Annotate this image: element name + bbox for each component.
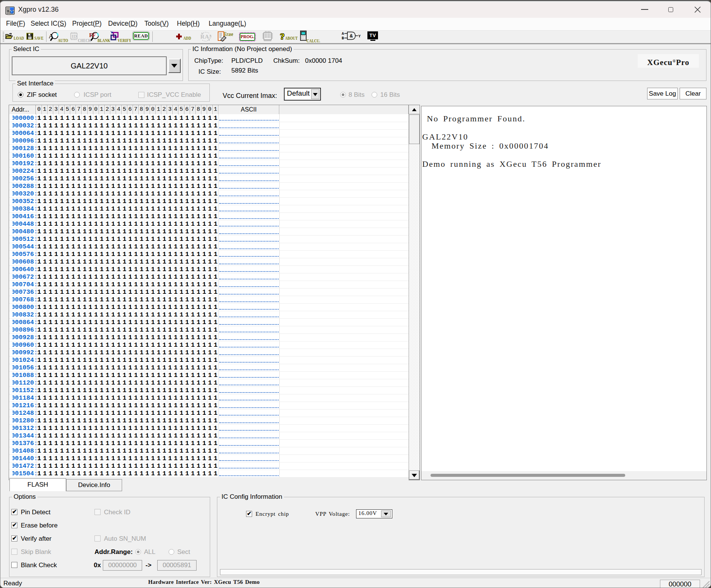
svg-text:A: A <box>342 32 344 36</box>
svg-text:RAM: RAM <box>200 33 211 40</box>
svg-text:&: & <box>350 33 353 39</box>
svg-text:Y: Y <box>358 34 361 39</box>
svg-text:FF: FF <box>89 33 96 38</box>
svg-text:ID: ID <box>71 33 77 39</box>
svg-text:B: B <box>342 36 344 40</box>
